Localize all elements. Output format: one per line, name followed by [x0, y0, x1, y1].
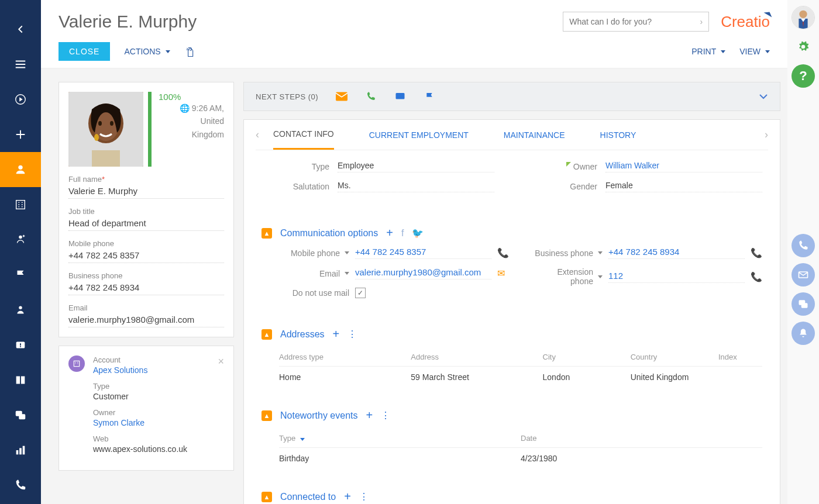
account-close-icon[interactable]: × [218, 355, 224, 368]
svg-point-14 [799, 11, 807, 18]
mail-bubble-icon[interactable] [792, 263, 815, 286]
table-row[interactable]: Birthday 4/23/1980 [279, 448, 762, 469]
addr-col-index[interactable]: Index [718, 353, 762, 361]
tabs-panel: ‹ CONTACT INFO CURRENT EMPLOYMENT MAINTA… [243, 119, 780, 504]
contact-photo[interactable] [68, 92, 143, 167]
settings-icon[interactable] [792, 35, 815, 58]
nav-alert[interactable] [0, 327, 41, 363]
search-input[interactable] [569, 17, 686, 26]
comm-add-icon[interactable]: + [386, 226, 393, 240]
job-title-field[interactable]: Head of department [68, 218, 224, 231]
help-icon[interactable]: ? [792, 64, 815, 88]
search-go-icon[interactable]: › [700, 17, 703, 26]
svg-rect-25 [92, 150, 120, 167]
addr-col-city[interactable]: City [543, 353, 631, 361]
addr-collapse-icon[interactable]: ▲ [261, 329, 272, 340]
nav-menu[interactable] [0, 47, 41, 82]
full-name-field[interactable]: Valerie E. Murphy [68, 186, 224, 199]
ns-email-icon[interactable] [336, 91, 347, 102]
twitter-icon[interactable]: 🐦 [412, 227, 424, 239]
addr-col-type[interactable]: Address type [279, 353, 411, 361]
facebook-icon[interactable]: f [401, 228, 404, 239]
ns-flag-icon[interactable] [424, 91, 435, 102]
info-salutation-field[interactable]: Ms. [338, 181, 494, 192]
phone-icon[interactable]: 📞 [751, 247, 762, 258]
chat-bubble-icon[interactable] [792, 292, 815, 316]
mail-icon[interactable]: ✉ [497, 268, 509, 279]
profile-card: 100% 🌐 9:26 AM, United Kingdom Full name… [58, 82, 234, 337]
comm-mobile-field[interactable]: +44 782 245 8357 [355, 247, 491, 259]
tab-history[interactable]: HISTORY [600, 121, 636, 149]
email-field[interactable]: valerie.murphy1980@gmail.com [68, 315, 224, 327]
info-salutation-label: Salutation [261, 182, 338, 191]
bell-bubble-icon[interactable] [792, 322, 815, 345]
nav-back[interactable] [0, 12, 41, 47]
addr-col-country[interactable]: Country [631, 353, 718, 361]
tab-maintainance[interactable]: MAINTAINANCE [504, 121, 565, 149]
ns-chat-icon[interactable] [394, 91, 406, 102]
events-col-type[interactable]: Type [279, 434, 295, 443]
info-gender-field[interactable]: Female [605, 181, 762, 192]
account-owner-link[interactable]: Symon Clarke [93, 418, 224, 427]
addr-add-icon[interactable]: + [333, 327, 340, 341]
nav-calls[interactable] [0, 468, 41, 503]
phone-bubble-icon[interactable] [792, 234, 815, 257]
connected-collapse-icon[interactable]: ▲ [261, 492, 272, 502]
tabs-scroll-right-icon[interactable]: › [765, 129, 768, 141]
connected-section-title[interactable]: Connected to [280, 492, 336, 502]
mobile-field[interactable]: +44 782 245 8357 [68, 250, 224, 263]
events-add-icon[interactable]: + [366, 409, 373, 422]
business-field[interactable]: +44 782 245 8934 [68, 282, 224, 295]
connected-add-icon[interactable]: + [344, 490, 351, 503]
svg-rect-12 [23, 446, 25, 455]
tag-icon[interactable]: 🏷 [183, 46, 195, 57]
tab-contact-info[interactable]: CONTACT INFO [273, 120, 334, 150]
nav-accounts[interactable] [0, 187, 41, 222]
nav-feed[interactable] [0, 398, 41, 433]
phone-icon[interactable]: 📞 [497, 247, 509, 258]
search-box[interactable]: › [563, 12, 709, 32]
account-web-label: Web [93, 434, 224, 443]
nav-user[interactable] [0, 292, 41, 327]
events-collapse-icon[interactable]: ▲ [261, 410, 272, 421]
nav-knowledge[interactable] [0, 363, 41, 398]
comm-section-title[interactable]: Communication options [280, 228, 378, 239]
nav-play[interactable] [0, 82, 41, 117]
nav-add[interactable] [0, 117, 41, 152]
info-type-field[interactable]: Employee [338, 161, 494, 172]
tabs-scroll-left-icon[interactable]: ‹ [256, 129, 259, 141]
nav-flags[interactable] [0, 257, 41, 292]
comm-email-label: Email [319, 269, 340, 278]
info-owner-field[interactable]: William Walker [605, 161, 762, 172]
comm-collapse-icon[interactable]: ▲ [261, 228, 272, 239]
page-title: Valerie E. Murphy [58, 12, 197, 32]
view-dropdown[interactable]: VIEW [739, 47, 770, 56]
ns-expand-icon[interactable] [759, 91, 768, 102]
nav-leads[interactable] [0, 222, 41, 257]
tab-employment[interactable]: CURRENT EMPLOYMENT [369, 121, 469, 149]
phone-icon[interactable]: 📞 [751, 271, 762, 282]
current-user-avatar[interactable] [792, 6, 815, 29]
addr-more-icon[interactable]: ⋮ [347, 329, 358, 340]
ns-call-icon[interactable] [365, 91, 377, 102]
events-more-icon[interactable]: ⋮ [381, 410, 391, 421]
events-col-date[interactable]: Date [521, 434, 762, 443]
svg-point-23 [110, 121, 113, 126]
comm-email-field[interactable]: valerie.murphy1980@gmail.com [355, 267, 491, 279]
print-dropdown[interactable]: PRINT [691, 47, 725, 56]
nav-analytics[interactable] [0, 433, 41, 468]
close-button[interactable]: CLOSE [58, 42, 110, 61]
addr-section-title[interactable]: Addresses [280, 329, 325, 340]
dnm-checkbox[interactable]: ✓ [355, 288, 366, 298]
comm-ext-field[interactable]: 112 [608, 271, 745, 283]
addr-col-address[interactable]: Address [411, 353, 542, 361]
table-row[interactable]: Home 59 March Street London United Kingd… [279, 367, 762, 388]
comm-business-field[interactable]: +44 782 245 8934 [608, 247, 745, 259]
comm-business-label: Business phone [535, 248, 593, 258]
nav-contacts[interactable] [0, 152, 41, 187]
account-link[interactable]: Apex Solutions [93, 365, 224, 375]
connected-more-icon[interactable]: ⋮ [359, 491, 370, 502]
svg-point-1 [18, 165, 22, 170]
events-section-title[interactable]: Noteworthy events [280, 410, 358, 421]
actions-dropdown[interactable]: ACTIONS [124, 47, 170, 56]
